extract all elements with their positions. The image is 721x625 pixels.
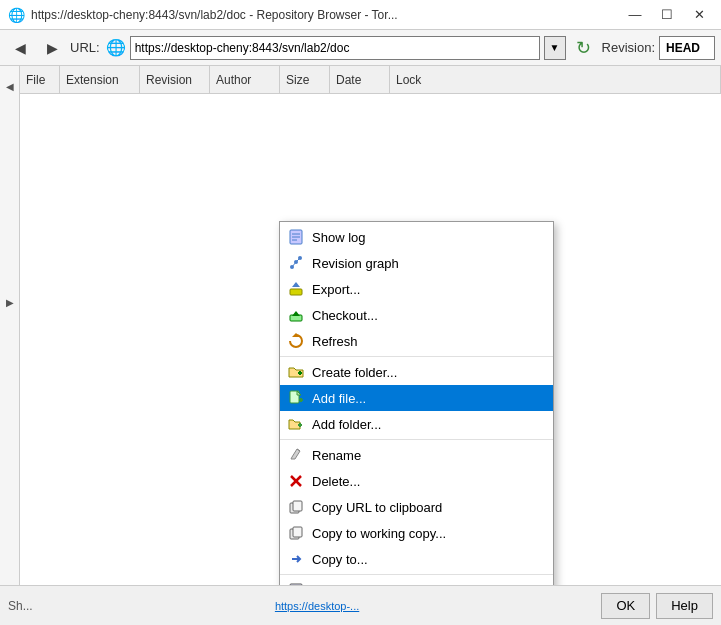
- checkout-icon: [288, 307, 304, 323]
- sidebar-toggle[interactable]: ◀: [2, 78, 18, 94]
- app-icon: 🌐: [8, 7, 25, 23]
- minimize-button[interactable]: —: [621, 4, 649, 26]
- status-url[interactable]: https://desktop-...: [275, 600, 359, 612]
- col-header-extension[interactable]: Extension: [60, 66, 140, 93]
- menu-item-label-rename: Rename: [312, 448, 361, 463]
- table-header: File Extension Revision Author Size Date…: [20, 66, 721, 94]
- status-bar: Sh... https://desktop-... OK Help: [0, 585, 721, 625]
- menu-item-label-export: Export...: [312, 282, 360, 297]
- svg-rect-29: [290, 584, 302, 585]
- menu-item-rename[interactable]: Rename: [280, 442, 553, 468]
- menu-item-create-folder[interactable]: Create folder...: [280, 359, 553, 385]
- menu-item-label-properties: Show properties: [312, 583, 406, 586]
- ok-button[interactable]: OK: [601, 593, 650, 619]
- maximize-button[interactable]: ☐: [653, 4, 681, 26]
- close-button[interactable]: ✕: [685, 4, 713, 26]
- menu-item-label-refresh: Refresh: [312, 334, 358, 349]
- menu-item-add-file[interactable]: Add file...: [280, 385, 553, 411]
- url-label: URL:: [70, 40, 100, 55]
- url-dropdown-button[interactable]: ▼: [544, 36, 566, 60]
- menu-item-copy-to[interactable]: Copy to...: [280, 546, 553, 572]
- revgraph-icon: [288, 255, 304, 271]
- window-title: https://desktop-cheny:8443/svn/lab2/doc …: [31, 8, 398, 22]
- menu-item-copy-url[interactable]: Copy URL to clipboard: [280, 494, 553, 520]
- revision-input[interactable]: [659, 36, 715, 60]
- col-header-size[interactable]: Size: [280, 66, 330, 93]
- delete-icon: [288, 473, 304, 489]
- menu-separator: [280, 574, 553, 575]
- menu-item-refresh[interactable]: Refresh: [280, 328, 553, 354]
- menu-item-export[interactable]: Export...: [280, 276, 553, 302]
- properties-icon: [288, 582, 304, 585]
- col-header-date[interactable]: Date: [330, 66, 390, 93]
- nav-bar: ◀ ▶ URL: 🌐 ▼ ↻ Revision:: [0, 30, 721, 66]
- menu-item-show-log[interactable]: Show log: [280, 224, 553, 250]
- revision-label: Revision:: [602, 40, 655, 55]
- log-icon: [288, 229, 304, 245]
- menu-item-label-add-file: Add file...: [312, 391, 366, 406]
- main-area: ◀ ▶ File Extension Revision Author Size …: [0, 66, 721, 585]
- col-header-lock[interactable]: Lock: [390, 66, 721, 93]
- status-text: Sh...: [8, 599, 33, 613]
- export-icon: [288, 281, 304, 297]
- rename-icon: [288, 447, 304, 463]
- menu-item-copy-wc[interactable]: Copy to working copy...: [280, 520, 553, 546]
- menu-item-checkout[interactable]: Checkout...: [280, 302, 553, 328]
- menu-item-delete[interactable]: Delete...: [280, 468, 553, 494]
- menu-item-label-copy-wc: Copy to working copy...: [312, 526, 446, 541]
- title-bar: 🌐 https://desktop-cheny:8443/svn/lab2/do…: [0, 0, 721, 30]
- add-file-icon: [288, 390, 304, 406]
- url-container: 🌐 ▼: [106, 36, 566, 60]
- menu-item-add-folder[interactable]: Add folder...: [280, 411, 553, 437]
- svg-line-7: [292, 262, 296, 267]
- col-header-file[interactable]: File: [20, 66, 60, 93]
- col-header-author[interactable]: Author: [210, 66, 280, 93]
- url-input[interactable]: [130, 36, 540, 60]
- copy-to-icon: [288, 551, 304, 567]
- svg-rect-26: [293, 501, 302, 511]
- refresh-icon: [288, 333, 304, 349]
- sidebar: ◀ ▶: [0, 66, 20, 585]
- svg-rect-28: [293, 527, 302, 537]
- copy-wc-icon: [288, 525, 304, 541]
- menu-item-label-show-log: Show log: [312, 230, 365, 245]
- svg-rect-9: [290, 289, 302, 295]
- url-icon: 🌐: [106, 38, 126, 57]
- menu-item-label-create-folder: Create folder...: [312, 365, 397, 380]
- menu-item-properties[interactable]: Show properties: [280, 577, 553, 585]
- menu-separator: [280, 356, 553, 357]
- menu-item-label-delete: Delete...: [312, 474, 360, 489]
- menu-separator: [280, 439, 553, 440]
- file-table-container: File Extension Revision Author Size Date…: [20, 66, 721, 585]
- menu-item-label-add-folder: Add folder...: [312, 417, 381, 432]
- status-buttons: OK Help: [601, 593, 713, 619]
- sidebar-expand[interactable]: ▶: [2, 294, 18, 310]
- help-button[interactable]: Help: [656, 593, 713, 619]
- svg-marker-10: [292, 282, 300, 287]
- window-controls: — ☐ ✕: [621, 4, 713, 26]
- menu-item-revision-graph[interactable]: Revision graph: [280, 250, 553, 276]
- add-folder-icon: [288, 416, 304, 432]
- svg-line-8: [296, 258, 300, 262]
- forward-button[interactable]: ▶: [38, 34, 66, 62]
- back-button[interactable]: ◀: [6, 34, 34, 62]
- menu-item-label-checkout: Checkout...: [312, 308, 378, 323]
- col-header-revision[interactable]: Revision: [140, 66, 210, 93]
- menu-item-label-copy-to: Copy to...: [312, 552, 368, 567]
- folder-new-icon: [288, 364, 304, 380]
- nav-refresh-button[interactable]: ↻: [570, 34, 598, 62]
- copy-url-icon: [288, 499, 304, 515]
- context-menu: Show logRevision graphExport...Checkout.…: [279, 221, 554, 585]
- menu-item-label-revision-graph: Revision graph: [312, 256, 399, 271]
- svg-marker-12: [292, 311, 300, 316]
- menu-item-label-copy-url: Copy URL to clipboard: [312, 500, 442, 515]
